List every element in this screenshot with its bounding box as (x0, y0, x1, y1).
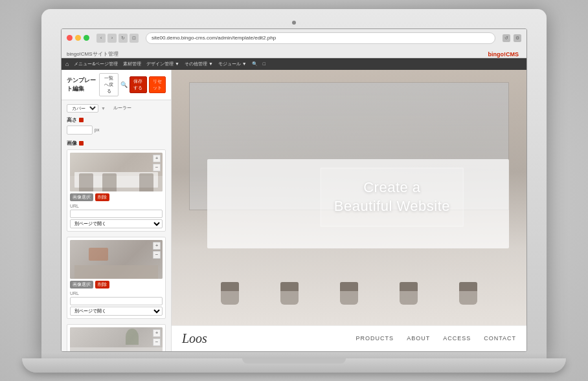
panel-title: テンプレート編集 (67, 76, 99, 93)
image-thumbnail-3 (70, 327, 163, 351)
nav-products[interactable]: PRODUCTS (356, 335, 394, 342)
image-1-delete-btn[interactable]: 削除 (95, 193, 109, 201)
laptop-base (22, 358, 566, 373)
browser-brand: bingo!CMS (488, 51, 519, 58)
browser-tab-bar: bingo!CMSサイト管理 bingo!CMS (62, 47, 526, 58)
image-preview-1: + − (70, 153, 163, 191)
chairs-row (172, 282, 526, 305)
image-1-actions: 画像選択 削除 (70, 193, 163, 201)
image-1-minus[interactable]: − (153, 164, 161, 171)
nav-access[interactable]: ACCESS (443, 335, 471, 342)
url-input-2[interactable] (70, 297, 163, 305)
address-text: site00.demo.bingo-cms.com/admin/template… (152, 35, 276, 41)
toolbar-module[interactable]: モジュール ▼ (218, 61, 247, 67)
cms-main: テンプレート編集 一覧へ戻る 🔍 保存する リセット カバー (62, 70, 526, 351)
laptop-shell: ‹ › ↻ ⊡ site00.demo.bingo-cms.com/admin/… (41, 9, 547, 358)
url-label-2: URL (70, 291, 79, 296)
laptop-screen: ‹ › ↻ ⊡ site00.demo.bingo-cms.com/admin/… (61, 28, 527, 352)
save-button[interactable]: 保存する (130, 76, 146, 93)
maximize-button[interactable] (84, 35, 89, 41)
height-input[interactable] (67, 125, 93, 135)
image-preview-3: + − (70, 327, 163, 351)
image-3-controls: + − (153, 329, 161, 346)
url-label-1: URL (70, 204, 79, 208)
chair-2 (280, 282, 299, 305)
image-1-plus[interactable]: + (153, 155, 161, 162)
image-1-url-field: URL (70, 203, 163, 218)
image-2-actions: 画像選択 削除 (70, 281, 163, 288)
address-bar[interactable]: site00.demo.bingo-cms.com/admin/template… (146, 32, 495, 44)
forward-button[interactable]: › (107, 34, 117, 43)
image-preview-2: + − (70, 240, 163, 279)
cms-toolbar: ⌂ メニュー&ページ管理 素材管理 デザイン管理 ▼ その他管理 ▼ モジュール… (62, 58, 526, 70)
image-2-minus[interactable]: − (153, 251, 161, 259)
browser-top-bar: ‹ › ↻ ⊡ site00.demo.bingo-cms.com/admin/… (62, 29, 526, 47)
laptop-camera (292, 21, 296, 25)
image-section-label: 画像 (67, 140, 166, 147)
page-select-2[interactable]: 別ページで開く (70, 307, 163, 316)
image-1-controls: + − (153, 155, 161, 171)
toolbar-other[interactable]: その他管理 ▼ (185, 61, 213, 67)
hero-title: Create a Beautiful Website (334, 179, 450, 215)
ruler-label: ルーラー (113, 105, 131, 111)
image-thumbnail-2 (70, 240, 163, 279)
toolbar-search[interactable]: 🔍 (252, 61, 258, 67)
images-section: + − 画像選択 削除 URL (67, 149, 166, 351)
toolbar-materials[interactable]: 素材管理 (123, 61, 141, 67)
chair-1 (221, 282, 239, 305)
image-item-3: + − 画像選択 削除 (67, 324, 166, 351)
website-nav: Loos PRODUCTS ABOUT ACCESS CONTACT (172, 325, 526, 351)
toolbar-design[interactable]: デザイン管理 ▼ (146, 61, 179, 67)
image-2-delete-btn[interactable]: 削除 (95, 281, 109, 288)
chair-4 (400, 282, 418, 305)
image-2-plus[interactable]: + (153, 242, 161, 250)
tab-label: bingo!CMSサイト管理 (67, 50, 119, 58)
image-1-select-btn[interactable]: 画像選択 (70, 193, 93, 201)
toolbar-cms-icon[interactable]: □ (263, 61, 266, 66)
close-button[interactable] (67, 35, 73, 41)
image-2-controls: + − (153, 242, 161, 259)
home-button[interactable]: ⊡ (130, 34, 139, 43)
url-input-1[interactable] (70, 210, 163, 218)
image-3-plus[interactable]: + (153, 329, 161, 337)
chair-5 (459, 282, 477, 305)
page-select-1[interactable]: 別ページで開く (70, 219, 163, 228)
website-preview: Create a Beautiful Website Loos PRODUCTS… (172, 70, 526, 351)
image-2-url-field: URL (70, 290, 163, 305)
image-thumbnail-1 (70, 153, 163, 191)
left-panel: テンプレート編集 一覧へ戻る 🔍 保存する リセット カバー (62, 70, 172, 351)
reload-icon[interactable]: ↺ (503, 34, 510, 42)
hero-line2: Beautiful Website (334, 198, 450, 214)
browser-chrome: ‹ › ↻ ⊡ site00.demo.bingo-cms.com/admin/… (62, 29, 526, 58)
browser-icons: ↺ ⚙ (503, 34, 521, 42)
browser-nav: ‹ › ↻ ⊡ (96, 34, 139, 43)
nav-about[interactable]: ABOUT (407, 335, 430, 342)
minimize-button[interactable] (75, 35, 81, 41)
settings-icon[interactable]: ⚙ (514, 34, 521, 42)
chair-3 (340, 282, 358, 305)
back-button[interactable]: ‹ (96, 34, 106, 43)
reset-button[interactable]: リセット (149, 76, 166, 93)
hero-text-box: Create a Beautiful Website (321, 168, 464, 226)
height-unit: px (95, 127, 99, 132)
traffic-lights (67, 35, 89, 41)
hero-line1: Create a (363, 179, 420, 195)
height-input-row: px (67, 125, 166, 135)
site-logo: Loos (182, 331, 207, 346)
image-2-select-btn[interactable]: 画像選択 (70, 281, 93, 288)
image-item-2: + − 画像選択 削除 URL (67, 237, 166, 319)
website-hero: Create a Beautiful Website (172, 70, 526, 325)
image-3-minus[interactable]: − (153, 338, 161, 346)
refresh-button[interactable]: ↻ (119, 34, 128, 43)
panel-actions: 一覧へ戻る 🔍 保存する リセット (99, 73, 166, 96)
panel-header: テンプレート編集 一覧へ戻る 🔍 保存する リセット (62, 70, 171, 100)
required-image (79, 141, 84, 146)
list-button[interactable]: 一覧へ戻る (99, 73, 119, 96)
nav-contact[interactable]: CONTACT (484, 335, 516, 342)
image-item-1: + − 画像選択 削除 URL (67, 149, 166, 232)
toolbar-menu-pages[interactable]: メニュー&ページ管理 (74, 61, 118, 67)
toolbar-home[interactable]: ⌂ (65, 61, 69, 67)
panel-body: カバー ▼ ルーラー 高さ px (62, 100, 171, 351)
cover-select[interactable]: カバー (67, 104, 98, 113)
search-icon-btn[interactable]: 🔍 (120, 82, 128, 88)
